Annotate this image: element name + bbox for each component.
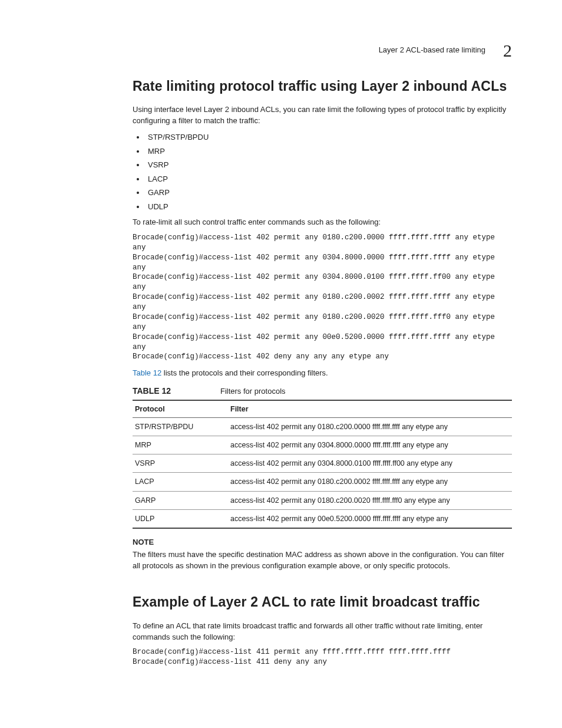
table-reference-rest: lists the protocols and their correspond… — [161, 368, 328, 377]
running-title: Layer 2 ACL-based rate limiting — [379, 45, 485, 56]
running-header: Layer 2 ACL-based rate limiting 2 — [379, 38, 512, 64]
list-item: UDLP — [146, 201, 512, 213]
broadcast-intro: To define an ACL that rate limits broadc… — [133, 621, 512, 643]
list-item: GARP — [146, 187, 512, 199]
cell-protocol: LACP — [133, 473, 228, 491]
table-header-protocol: Protocol — [133, 400, 228, 418]
cell-protocol: STP/RSTP/BPDU — [133, 418, 228, 436]
chapter-number: 2 — [503, 38, 512, 64]
cell-protocol: VSRP — [133, 454, 228, 473]
cell-filter: access-list 402 permit any 0180.c200.002… — [228, 491, 512, 509]
note-label: NOTE — [133, 537, 512, 548]
table-label: TABLE 12 — [133, 386, 171, 396]
note-body: The filters must have the specific desti… — [133, 549, 512, 572]
table-reference-paragraph: Table 12 lists the protocols and their c… — [133, 368, 512, 379]
command-block: Brocade(config)#access-list 402 permit a… — [133, 233, 512, 362]
table-row: GARP access-list 402 permit any 0180.c20… — [133, 491, 512, 509]
list-item: STP/RSTP/BPDU — [146, 131, 512, 143]
cell-filter: access-list 402 permit any 0180.c200.000… — [228, 418, 512, 436]
protocol-list: STP/RSTP/BPDU MRP VSRP LACP GARP UDLP — [133, 131, 512, 212]
table-reference-link[interactable]: Table 12 — [133, 368, 161, 377]
cell-filter: access-list 402 permit any 00e0.5200.000… — [228, 509, 512, 528]
table-row: UDLP access-list 402 permit any 00e0.520… — [133, 509, 512, 528]
cell-protocol: GARP — [133, 491, 228, 509]
list-item: MRP — [146, 146, 512, 157]
list-item: VSRP — [146, 159, 512, 171]
section-heading-broadcast: Example of Layer 2 ACL to rate limit bro… — [133, 592, 512, 612]
table-row: STP/RSTP/BPDU access-list 402 permit any… — [133, 418, 512, 436]
section-heading-rate-limiting: Rate limiting protocol traffic using Lay… — [133, 77, 512, 96]
filters-table: Protocol Filter STP/RSTP/BPDU access-lis… — [133, 400, 512, 529]
list-item: LACP — [146, 173, 512, 185]
intro-paragraph: Using interface level Layer 2 inbound AC… — [133, 104, 512, 127]
cell-filter: access-list 402 permit any 0180.c200.000… — [228, 473, 512, 491]
document-page: Layer 2 ACL-based rate limiting 2 Rate l… — [0, 0, 562, 728]
command-intro: To rate-limit all such control traffic e… — [133, 217, 512, 228]
table-header-filter: Filter — [228, 400, 512, 418]
table-row: VSRP access-list 402 permit any 0304.800… — [133, 454, 512, 473]
table-row: MRP access-list 402 permit any 0304.8000… — [133, 436, 512, 454]
cell-protocol: MRP — [133, 436, 228, 454]
table-caption-text: Filters for protocols — [220, 387, 286, 396]
broadcast-command-block: Brocade(config)#access-list 411 permit a… — [133, 647, 512, 667]
cell-filter: access-list 402 permit any 0304.8000.000… — [228, 436, 512, 454]
table-caption: TABLE 12 Filters for protocols — [133, 385, 512, 397]
cell-protocol: UDLP — [133, 509, 228, 528]
table-row: LACP access-list 402 permit any 0180.c20… — [133, 473, 512, 491]
cell-filter: access-list 402 permit any 0304.8000.010… — [228, 454, 512, 473]
